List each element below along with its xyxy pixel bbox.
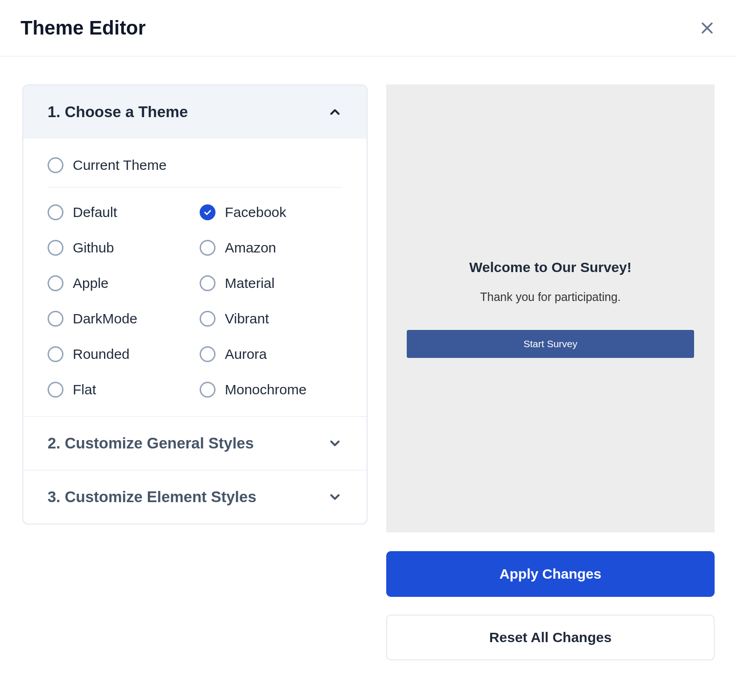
theme-label: Facebook [225,204,286,220]
theme-label: Flat [73,382,96,398]
theme-label: Monochrome [225,382,306,398]
radio-unchecked-icon [48,240,63,256]
theme-option-flat[interactable]: Flat [48,382,190,398]
close-icon [699,20,715,36]
theme-option-apple[interactable]: Apple [48,275,190,291]
theme-option-amazon[interactable]: Amazon [200,240,342,256]
theme-editor-modal: Theme Editor 1. Choose a Theme [0,0,737,700]
radio-unchecked-icon [48,346,63,362]
theme-label: Material [225,275,275,291]
accordion-section-general-styles: 2. Customize General Styles [23,417,367,470]
apply-changes-button[interactable]: Apply Changes [386,551,715,597]
chevron-down-icon [327,436,342,451]
radio-unchecked-icon [48,382,63,398]
radio-unchecked-icon [200,311,216,327]
preview-title: Welcome to Our Survey! [407,259,694,275]
radio-unchecked-icon [48,275,63,291]
reset-all-changes-button[interactable]: Reset All Changes [386,615,715,660]
theme-option-current[interactable]: Current Theme [48,157,342,188]
close-button[interactable] [698,19,716,37]
theme-option-darkmode[interactable]: DarkMode [48,311,190,327]
theme-label: Github [73,240,114,256]
radio-unchecked-icon [200,240,216,256]
accordion-title: 3. Customize Element Styles [48,488,256,506]
action-buttons: Apply Changes Reset All Changes [386,551,715,660]
preview-panel: Welcome to Our Survey! Thank you for par… [386,84,715,660]
settings-panel: 1. Choose a Theme Current Theme DefaultF… [22,84,368,660]
theme-label: Apple [73,275,109,291]
radio-unchecked-icon [48,204,63,220]
radio-unchecked-icon [200,275,216,291]
chevron-up-icon [327,105,342,119]
theme-label: Default [73,204,117,220]
theme-option-facebook[interactable]: Facebook [200,204,342,220]
accordion: 1. Choose a Theme Current Theme DefaultF… [22,84,368,525]
theme-option-vibrant[interactable]: Vibrant [200,311,342,327]
preview-content: Welcome to Our Survey! Thank you for par… [407,259,694,358]
radio-unchecked-icon [200,382,216,398]
preview-box: Welcome to Our Survey! Thank you for par… [386,84,715,532]
theme-label: Vibrant [225,311,269,327]
theme-grid: DefaultFacebookGithubAmazonAppleMaterial… [48,204,342,398]
radio-checked-icon [200,204,216,220]
theme-label: DarkMode [73,311,137,327]
accordion-body-choose-theme: Current Theme DefaultFacebookGithubAmazo… [23,139,367,416]
accordion-header-choose-theme[interactable]: 1. Choose a Theme [23,85,367,139]
radio-unchecked-icon [48,157,63,173]
theme-option-default[interactable]: Default [48,204,190,220]
radio-unchecked-icon [200,346,216,362]
accordion-header-element-styles[interactable]: 3. Customize Element Styles [23,470,367,524]
theme-label: Rounded [73,346,130,362]
theme-option-material[interactable]: Material [200,275,342,291]
accordion-title: 1. Choose a Theme [48,103,188,121]
modal-content: 1. Choose a Theme Current Theme DefaultF… [0,56,737,688]
accordion-title: 2. Customize General Styles [48,434,254,452]
theme-option-monochrome[interactable]: Monochrome [200,382,342,398]
theme-option-aurora[interactable]: Aurora [200,346,342,362]
theme-label: Aurora [225,346,267,362]
preview-subtitle: Thank you for participating. [407,290,694,304]
chevron-down-icon [327,490,342,504]
theme-option-rounded[interactable]: Rounded [48,346,190,362]
radio-unchecked-icon [48,311,63,327]
modal-header: Theme Editor [0,0,737,56]
accordion-section-choose-theme: 1. Choose a Theme Current Theme DefaultF… [23,85,367,417]
theme-label: Amazon [225,240,276,256]
start-survey-button[interactable]: Start Survey [407,330,694,358]
accordion-section-element-styles: 3. Customize Element Styles [23,470,367,524]
theme-option-github[interactable]: Github [48,240,190,256]
modal-title: Theme Editor [21,17,146,39]
accordion-header-general-styles[interactable]: 2. Customize General Styles [23,417,367,470]
theme-label: Current Theme [73,157,167,173]
